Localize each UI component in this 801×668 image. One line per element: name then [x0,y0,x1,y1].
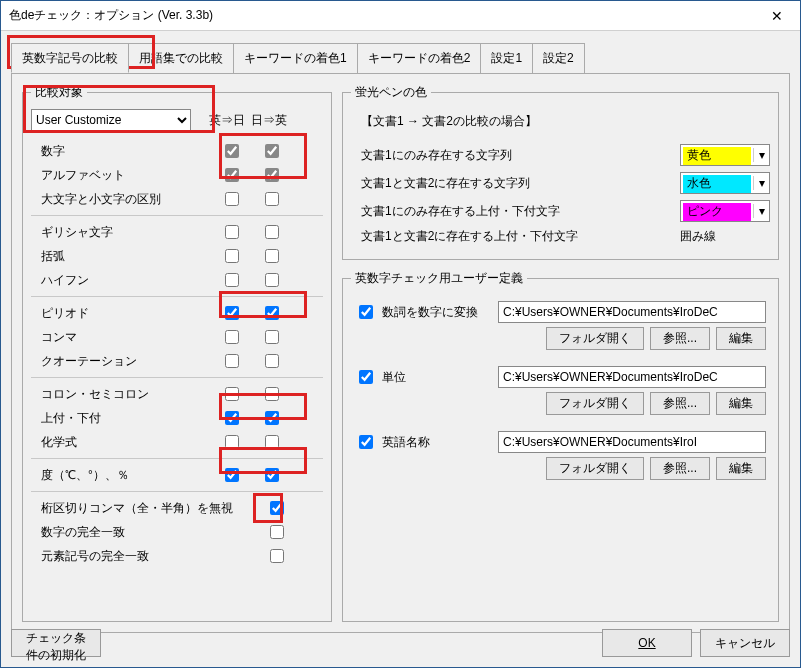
compare-row: ギリシャ文字 [31,220,323,244]
compare-checkbox-je[interactable] [265,249,279,263]
compare-row: 桁区切りコンマ（全・半角）を無視 [31,496,323,520]
userdef-checkbox[interactable] [359,370,373,384]
compare-checkbox-ej[interactable] [225,144,239,158]
compare-checkbox-ej[interactable] [225,435,239,449]
compare-row: 数字 [31,139,323,163]
init-conditions-button[interactable]: チェック条件の初期化 [11,629,101,657]
compare-checkbox-ej[interactable] [225,273,239,287]
close-icon[interactable]: ✕ [754,1,800,30]
edit-button[interactable]: 編集 [716,392,766,415]
compare-checkbox-je[interactable] [265,168,279,182]
compare-row-label: 上付・下付 [31,410,211,427]
browse-button[interactable]: 参照... [650,392,710,415]
compare-row-label: 数字の完全一致 [31,524,256,541]
compare-checkbox-je[interactable] [265,273,279,287]
chevron-down-icon: ▾ [753,176,769,190]
compare-checkbox-ej[interactable] [225,249,239,263]
compare-checkbox-ej[interactable] [225,330,239,344]
col-header-je: 日⇒英 [251,112,287,129]
highlighter-label: 文書1と文書2に存在する文字列 [351,175,680,192]
compare-checkbox-ej[interactable] [225,192,239,206]
compare-checkbox-je[interactable] [265,468,279,482]
highlighter-row: 文書1と文書2に存在する上付・下付文字囲み線 [351,228,770,245]
userdef-label: 単位 [382,369,492,386]
userdef-checkbox[interactable] [359,435,373,449]
compare-checkbox-je[interactable] [265,144,279,158]
compare-checkbox-je[interactable] [265,435,279,449]
compare-row-label: 括弧 [31,248,211,265]
tab-alnum-compare[interactable]: 英数字記号の比較 [11,43,129,73]
folder-open-button[interactable]: フォルダ開く [546,457,644,480]
highlighter-legend: 蛍光ペンの色 [351,84,431,101]
compare-checkbox-ej[interactable] [225,411,239,425]
compare-checkbox-ej[interactable] [270,525,284,539]
compare-checkbox-ej[interactable] [225,387,239,401]
col-header-ej: 英⇒日 [209,112,245,129]
compare-checkbox-ej[interactable] [270,549,284,563]
compare-mode-select[interactable]: User Customize [31,109,191,131]
userdef-path-input[interactable] [498,366,766,388]
tab-panel: 比較対象 User Customize 英⇒日 日⇒英 数字アルファベット大文字… [11,73,790,633]
compare-checkbox-ej[interactable] [225,168,239,182]
compare-row-label: ギリシャ文字 [31,224,211,241]
tab-keyword-color2[interactable]: キーワードの着色2 [357,43,482,73]
compare-row-label: クオーテーション [31,353,211,370]
options-dialog: 色deチェック：オプション (Ver. 3.3b) ✕ 英数字記号の比較 用語集… [0,0,801,668]
color-name-static: 囲み線 [680,228,770,245]
compare-row-label: ハイフン [31,272,211,289]
compare-target-legend: 比較対象 [31,84,87,101]
edit-button[interactable]: 編集 [716,327,766,350]
compare-checkbox-je[interactable] [265,330,279,344]
userdef-label: 英語名称 [382,434,492,451]
compare-row-label: 大文字と小文字の区別 [31,191,211,208]
userdef-group: 英数字チェック用ユーザー定義 数詞を数字に変換フォルダ開く参照...編集単位フォ… [342,270,779,622]
highlighter-label: 文書1と文書2に存在する上付・下付文字 [351,228,680,245]
highlighter-row: 文書1にのみ存在する文字列黄色▾ [351,144,770,166]
compare-row-label: ピリオド [31,305,211,322]
tab-settings2[interactable]: 設定2 [532,43,585,73]
compare-row-label: 元素記号の完全一致 [31,548,256,565]
tab-keyword-color1[interactable]: キーワードの着色1 [233,43,358,73]
compare-checkbox-ej[interactable] [225,306,239,320]
tab-settings1[interactable]: 設定1 [480,43,533,73]
compare-checkbox-ej[interactable] [270,501,284,515]
chevron-down-icon: ▾ [753,204,769,218]
compare-checkbox-je[interactable] [265,387,279,401]
compare-row: ハイフン [31,268,323,292]
compare-row: コンマ [31,325,323,349]
folder-open-button[interactable]: フォルダ開く [546,327,644,350]
highlighter-group: 蛍光ペンの色 【文書1 → 文書2の比較の場合】 文書1にのみ存在する文字列黄色… [342,84,779,260]
tab-glossary-compare[interactable]: 用語集での比較 [128,43,234,73]
compare-row-label: コロン・セミコロン [31,386,211,403]
compare-row: 化学式 [31,430,323,454]
userdef-path-input[interactable] [498,301,766,323]
userdef-path-input[interactable] [498,431,766,453]
browse-button[interactable]: 参照... [650,457,710,480]
highlighter-label: 文書1にのみ存在する文字列 [351,147,680,164]
userdef-checkbox[interactable] [359,305,373,319]
compare-checkbox-ej[interactable] [225,354,239,368]
compare-checkbox-je[interactable] [265,411,279,425]
compare-checkbox-je[interactable] [265,192,279,206]
compare-row: アルファベット [31,163,323,187]
color-select[interactable]: ピンク▾ [680,200,770,222]
color-select[interactable]: 黄色▾ [680,144,770,166]
compare-checkbox-ej[interactable] [225,225,239,239]
edit-button[interactable]: 編集 [716,457,766,480]
compare-checkbox-table: 数字アルファベット大文字と小文字の区別ギリシャ文字括弧ハイフンピリオドコンマクオ… [31,139,323,568]
compare-checkbox-je[interactable] [265,354,279,368]
folder-open-button[interactable]: フォルダ開く [546,392,644,415]
compare-checkbox-je[interactable] [265,306,279,320]
titlebar: 色deチェック：オプション (Ver. 3.3b) ✕ [1,1,800,31]
highlighter-row: 文書1にのみ存在する上付・下付文字ピンク▾ [351,200,770,222]
browse-button[interactable]: 参照... [650,327,710,350]
cancel-button[interactable]: キャンセル [700,629,790,657]
color-name: 黄色 [681,147,711,164]
ok-button[interactable]: OK [602,629,692,657]
compare-row: 上付・下付 [31,406,323,430]
color-select[interactable]: 水色▾ [680,172,770,194]
compare-checkbox-ej[interactable] [225,468,239,482]
compare-target-group: 比較対象 User Customize 英⇒日 日⇒英 数字アルファベット大文字… [22,84,332,622]
compare-row: ピリオド [31,301,323,325]
compare-checkbox-je[interactable] [265,225,279,239]
